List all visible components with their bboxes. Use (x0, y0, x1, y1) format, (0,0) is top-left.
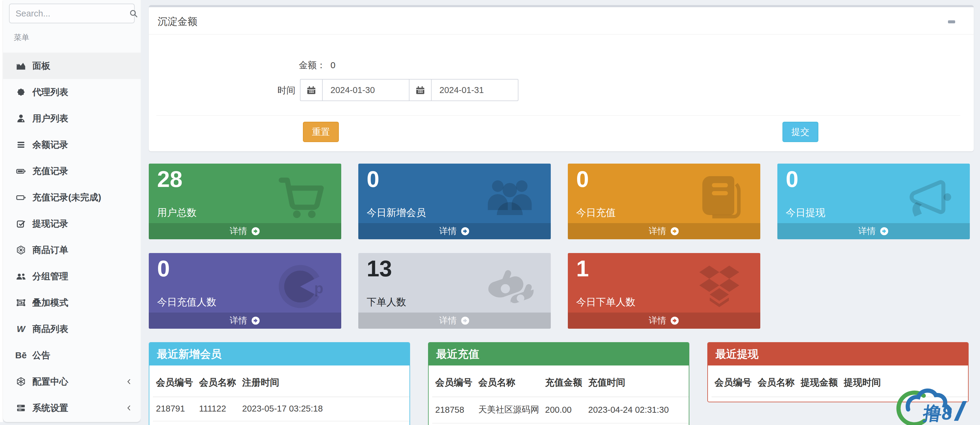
users-icon (484, 173, 535, 221)
submit-button[interactable]: 提交 (783, 122, 818, 142)
infobox-detail-link[interactable]: 详情 (358, 223, 551, 239)
sidebar-item-label: 叠加模式 (32, 297, 68, 309)
date-from-input[interactable] (330, 85, 402, 95)
search-icon[interactable] (129, 9, 138, 18)
sidebar-item-system-settings[interactable]: 系统设置 (3, 395, 141, 421)
date-to-input[interactable] (439, 85, 511, 95)
amount-value: 0 (331, 60, 336, 70)
certificate-icon (14, 87, 27, 97)
reset-button[interactable]: 重置 (303, 122, 339, 142)
battery-full-icon (14, 166, 27, 176)
site-logo: 撸8 (888, 380, 980, 425)
area-chart-icon (14, 61, 27, 71)
collapse-minus-icon[interactable] (948, 21, 955, 23)
logo-text: 撸8 (921, 403, 954, 423)
sidebar-item-recharge-records-incomplete[interactable]: 充值记录(未完成) (3, 184, 141, 211)
sidebar-item-label: 余额记录 (32, 139, 68, 151)
search-input[interactable] (15, 8, 129, 19)
cell-register-time: 2023-05-17 03:25:18 (239, 397, 409, 421)
infobox-detail-link[interactable]: 详情 (568, 312, 760, 329)
date-from-field[interactable] (322, 79, 409, 101)
arrow-circle-right-icon (460, 316, 470, 325)
shopping-cart-icon (275, 173, 326, 221)
infobox-label: 今日充值人数 (157, 295, 216, 309)
sidebar-item-label: 充值记录(未完成) (32, 192, 101, 204)
behance-icon: Bē (14, 350, 27, 360)
amount-label: 金额： (299, 60, 326, 70)
sidebar-item-label: 系统设置 (32, 402, 68, 414)
infobox-detail-link[interactable]: 详情 (777, 223, 970, 239)
bullhorn-icon (904, 173, 954, 221)
date-to-field[interactable] (431, 79, 519, 101)
detail-label: 详情 (439, 315, 457, 327)
date-range-group (300, 79, 519, 101)
card-title: 最近新增会员 (157, 347, 221, 362)
sidebar-item-group-management[interactable]: 分组管理 (3, 263, 141, 290)
sidebar-item-label: 公告 (32, 349, 50, 362)
sidebar-item-label: 代理列表 (32, 86, 68, 98)
infobox-detail-link[interactable]: 详情 (149, 223, 341, 239)
card-header: 最近充值 (429, 343, 689, 365)
sidebar-item-label: 提现记录 (32, 218, 68, 230)
sidebar-item-recharge-records[interactable]: 充值记录 (3, 158, 141, 184)
sidebar-item-overlay-mode[interactable]: 叠加模式 (3, 290, 141, 316)
panel-title: 沉淀金额 (158, 15, 197, 29)
sidebar: 菜单 面板 代理列表 用户列表 余额记录 (3, 0, 141, 422)
arrow-circle-right-icon (251, 227, 261, 236)
sidebar-item-label: 商品列表 (32, 323, 68, 335)
card-title: 最近提现 (715, 347, 759, 362)
users-icon (14, 271, 27, 281)
column-header: 会员名称 (475, 365, 542, 397)
cell-recharge-amount: 200.00 (542, 397, 585, 423)
sidebar-item-product-list[interactable]: W 商品列表 (3, 316, 141, 342)
infobox-value: 28 (157, 167, 183, 192)
server-icon (14, 403, 27, 413)
infobox-label: 今日充值 (576, 206, 616, 219)
arrow-circle-right-icon (251, 316, 261, 325)
infobox-withdraw-today: 0 今日提现 详情 (777, 163, 970, 239)
infobox-label: 今日提现 (786, 206, 825, 219)
table-header-row: 会员编号 会员名称 充值金额 充值时间 (429, 365, 689, 397)
sidebar-item-dashboard[interactable]: 面板 (3, 52, 141, 79)
sidebar-item-label: 面板 (32, 60, 50, 72)
sidebar-item-config-center[interactable]: 配置中心 (3, 368, 141, 395)
arrow-circle-right-icon (460, 227, 470, 236)
recent-recharge-table: 会员编号 会员名称 充值金额 充值时间 218758 天美社区源码网 200.0… (429, 365, 689, 423)
infobox-order-users: 13 下单人数 详情 (358, 253, 551, 329)
chevron-left-icon (125, 378, 133, 385)
card-header: 最近新增会员 (150, 343, 409, 365)
card-title: 最近充值 (436, 347, 479, 362)
recent-members-table: 会员编号 会员名称 注册时间 218791 111122 2023-05-17 … (150, 365, 409, 422)
sidebar-item-announcements[interactable]: Bē 公告 (3, 342, 141, 368)
table-row[interactable]: 218791 111122 2023-05-17 03:25:18 (150, 397, 409, 421)
column-header: 会员编号 (432, 365, 475, 397)
infobox-value: 0 (786, 167, 798, 192)
sidebar-item-balance-records[interactable]: 余额记录 (3, 132, 141, 158)
settle-amount-panel: 沉淀金额 金额：0 时间 重置 提交 (149, 5, 974, 151)
table-row[interactable]: 218758 天美社区源码网 200.00 2023-04-24 02:31:3… (429, 397, 689, 423)
sidebar-item-agents[interactable]: 代理列表 (3, 79, 141, 105)
infobox-value: 1 (576, 256, 589, 281)
infobox-order-users-today: 1 今日下单人数 详情 (568, 253, 760, 329)
infobox-detail-link[interactable]: 详情 (149, 312, 341, 329)
column-header: 注册时间 (239, 365, 409, 397)
detail-label: 详情 (649, 225, 666, 237)
infobox-detail-link[interactable]: 详情 (358, 312, 551, 329)
sidebar-item-users[interactable]: 用户列表 (3, 105, 141, 132)
infobox-total-users: 28 用户总数 详情 (149, 163, 341, 239)
infobox-value: 0 (157, 256, 170, 281)
detail-label: 详情 (859, 225, 876, 237)
sidebar-item-withdraw-records[interactable]: 提现记录 (3, 211, 141, 237)
calendar-icon (300, 79, 323, 101)
sidebar-item-product-orders[interactable]: 商品订单 (3, 237, 141, 263)
user-md-icon (14, 113, 27, 124)
sidebar-item-label: 充值记录 (32, 165, 68, 178)
infobox-value: 0 (367, 167, 379, 192)
column-header: 充值金额 (542, 365, 585, 397)
card-header: 最近提现 (708, 343, 968, 365)
svg-text:p: p (314, 280, 324, 297)
infobox-new-members-today: 0 今日新增会员 详情 (358, 163, 551, 239)
infobox-label: 今日新增会员 (367, 206, 426, 219)
column-header: 充值时间 (585, 365, 689, 397)
infobox-detail-link[interactable]: 详情 (568, 223, 760, 239)
